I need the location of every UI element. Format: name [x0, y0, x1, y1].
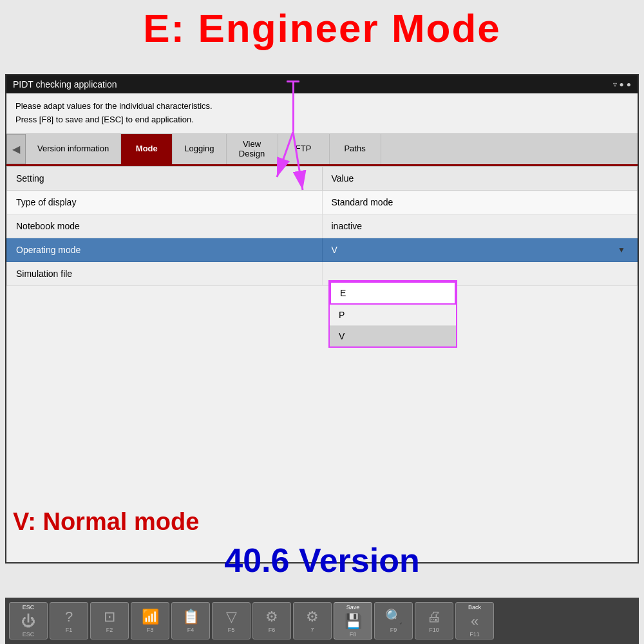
- esc-top-label: ESC: [23, 604, 35, 611]
- toolbar-btn-f10[interactable]: 🖨 F10: [415, 602, 453, 639]
- table-row-simulation[interactable]: Simulation file: [7, 261, 638, 285]
- toolbar-btn-f1[interactable]: ? F1: [50, 602, 88, 639]
- wifi-icon: ▿: [613, 80, 617, 89]
- setting-cell: Simulation file: [7, 261, 323, 285]
- dropdown-option-v[interactable]: V: [330, 326, 456, 346]
- setting-cell: Notebook mode: [7, 214, 323, 238]
- f11-top-label: Back: [468, 604, 481, 611]
- operating-mode-value: V: [332, 245, 337, 255]
- f4-icon: 📋: [182, 609, 200, 625]
- f10-icon: 🖨: [427, 609, 441, 625]
- f8-icon: 💾: [345, 613, 362, 630]
- toolbar-btn-f9[interactable]: 🔍 F9: [374, 602, 413, 639]
- toolbar-btn-f2[interactable]: ⊡ F2: [90, 602, 129, 639]
- f8-label: F8: [350, 631, 357, 638]
- value-cell-dropdown[interactable]: V ▼: [322, 238, 638, 261]
- f6-icon: ⚙: [265, 609, 278, 625]
- dropdown-option-p[interactable]: P: [330, 305, 456, 326]
- toolbar-btn-f5[interactable]: ▽ F5: [212, 602, 251, 639]
- normal-mode-label: V: Normal mode: [13, 508, 199, 536]
- tab-paths[interactable]: Paths: [330, 134, 381, 164]
- setting-cell: Operating mode: [7, 238, 323, 261]
- dropdown-option-e[interactable]: E: [330, 281, 456, 305]
- circle-icon-1: ●: [620, 80, 624, 89]
- f1-label: F1: [66, 627, 73, 633]
- dropdown-arrow-icon[interactable]: ▼: [618, 245, 625, 254]
- app-window: PIDT checking application ▿ ● ● Please a…: [5, 74, 639, 564]
- f10-label: F10: [429, 627, 439, 633]
- f6-label: F6: [269, 627, 276, 633]
- circle-icon-2: ●: [627, 80, 631, 89]
- setting-cell: Type of display: [7, 190, 323, 214]
- engineer-mode-label: E: Engineer Mode: [0, 5, 644, 51]
- f9-icon: 🔍: [385, 609, 402, 625]
- toolbar-btn-f4[interactable]: 📋 F4: [171, 602, 210, 639]
- table-row[interactable]: Type of display Standard mode: [7, 190, 638, 214]
- f2-icon: ⊡: [104, 609, 115, 625]
- f4-label: F4: [187, 627, 194, 633]
- toolbar-btn-f6[interactable]: ⚙ F6: [252, 602, 291, 639]
- esc-label: ESC: [23, 631, 35, 638]
- esc-icon: ⏻: [21, 613, 35, 630]
- f3-icon: 📶: [142, 609, 159, 625]
- toolbar-btn-f8[interactable]: Save 💾 F8: [334, 602, 372, 639]
- tab-nav-left[interactable]: ◀: [6, 134, 26, 164]
- toolbar-btn-f3[interactable]: 📶 F3: [131, 602, 169, 639]
- tab-logging[interactable]: Logging: [173, 134, 226, 164]
- f8-top-label: Save: [346, 604, 360, 611]
- f1-icon: ?: [65, 609, 73, 625]
- version-label: 40.6 Version: [0, 541, 644, 580]
- tab-ftp[interactable]: FTP: [278, 134, 330, 164]
- title-bar-icons: ▿ ● ●: [613, 80, 632, 89]
- settings-table: Setting Value Type of display Standard m…: [6, 166, 638, 286]
- table-row-operating-mode[interactable]: Operating mode V ▼: [7, 238, 638, 261]
- f11-icon: «: [471, 613, 478, 630]
- tab-bar: ◀ Version information Mode Logging ViewD…: [6, 134, 638, 166]
- f11-label: F11: [469, 631, 480, 638]
- app-title: PIDT checking application: [13, 79, 117, 90]
- toolbar-btn-f7[interactable]: ⚙ 7: [293, 602, 332, 639]
- value-cell: Standard mode: [322, 190, 638, 214]
- col-value-header: Value: [322, 166, 638, 190]
- f7-icon: ⚙: [306, 609, 319, 625]
- dropdown-overlay: E P V: [328, 280, 457, 348]
- col-setting-header: Setting: [7, 166, 323, 190]
- table-row[interactable]: Notebook mode inactive: [7, 214, 638, 238]
- toolbar-btn-f11[interactable]: Back « F11: [455, 602, 494, 639]
- tab-view-design[interactable]: ViewDesign: [227, 134, 278, 164]
- f2-label: F2: [106, 627, 113, 633]
- instruction-line-1: Please adapt values for the individual c…: [15, 100, 629, 113]
- value-cell: inactive: [322, 214, 638, 238]
- f5-icon: ▽: [226, 609, 237, 625]
- toolbar: ESC ⏻ ESC ? F1 ⊡ F2 📶 F3 📋 F4 ▽ F5 ⚙ F6 …: [5, 598, 639, 644]
- toolbar-btn-esc[interactable]: ESC ⏻ ESC: [9, 602, 48, 639]
- tab-version-information[interactable]: Version information: [26, 134, 121, 164]
- f7-label: 7: [310, 627, 314, 633]
- title-bar: PIDT checking application ▿ ● ●: [6, 75, 638, 93]
- table-header-row: Setting Value: [7, 166, 638, 190]
- f3-label: F3: [147, 627, 154, 633]
- instruction-line-2: Press [F8] to save and [ESC] to end appl…: [15, 113, 629, 127]
- f5-label: F5: [228, 627, 235, 633]
- f9-label: F9: [390, 627, 397, 633]
- tab-mode[interactable]: Mode: [121, 134, 173, 164]
- instructions-area: Please adapt values for the individual c…: [6, 93, 638, 134]
